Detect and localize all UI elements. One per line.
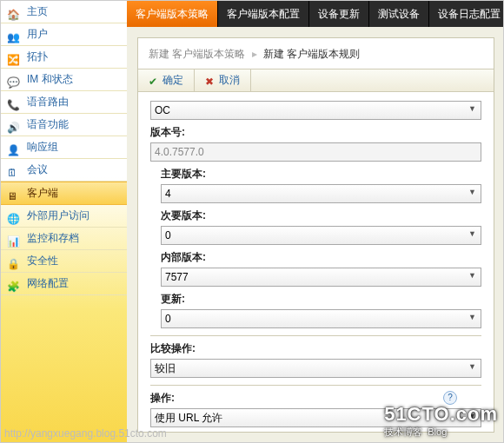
sidebar-item-label: 用户 <box>27 28 48 40</box>
breadcrumb-current: 新建 客户端版本规则 <box>263 48 360 60</box>
sidebar-item-label: 响应组 <box>27 141 58 153</box>
check-icon: ✔ <box>149 76 159 86</box>
version-label: 版本号: <box>150 125 481 140</box>
tab-label: 客户端版本配置 <box>227 8 300 20</box>
sidebar-item-client[interactable]: 🖥客户端 <box>1 182 127 205</box>
compare-select[interactable]: 较旧 <box>150 359 481 378</box>
tab-label: 设备日志配置 <box>438 8 501 20</box>
topology-icon: 🔀 <box>7 50 21 63</box>
sidebar-item-monitoring[interactable]: 📊监控和存档 <box>1 228 127 250</box>
ok-button[interactable]: ✔ 确定 <box>138 69 195 91</box>
meeting-icon: 🗓 <box>7 162 21 176</box>
user-agent-select[interactable]: OC <box>150 101 481 120</box>
sidebar-item-response-group[interactable]: 👤响应组 <box>1 136 127 159</box>
user-icon: 👥 <box>7 27 21 41</box>
cross-icon: ✖ <box>205 76 216 86</box>
home-icon: 🏠 <box>7 4 21 18</box>
external-access-icon: 🌐 <box>7 208 21 222</box>
sidebar-item-label: 安全性 <box>27 255 58 267</box>
sidebar-item-users[interactable]: 👥用户 <box>1 23 127 46</box>
minor-version-select[interactable]: 0 <box>161 226 481 245</box>
sidebar-item-im[interactable]: 💬IM 和状态 <box>1 69 127 91</box>
sidebar-item-label: 客户端 <box>27 187 58 199</box>
response-group-icon: 👤 <box>7 140 21 154</box>
panel: 新建 客户端版本策略 ▸ 新建 客户端版本规则 ✔ 确定 ✖ 取消 OC <box>137 37 494 433</box>
major-label: 主要版本: <box>150 167 481 182</box>
form: OC 版本号: 主要版本: 4 次要版本: 0 内部版本: 7577 <box>138 92 494 433</box>
tab-bar: 客户端版本策略 客户端版本配置 设备更新 测试设备 设备日志配置 设备配置 <box>127 1 503 27</box>
action-bar: ✔ 确定 ✖ 取消 <box>138 69 494 92</box>
sidebar-item-label: 语音路由 <box>27 96 69 108</box>
sidebar-item-voice-route[interactable]: 📞语音路由 <box>1 91 127 114</box>
tab-label: 客户端版本策略 <box>136 8 209 20</box>
tab-device-update[interactable]: 设备更新 <box>309 1 369 27</box>
tab-client-version-config[interactable]: 客户端版本配置 <box>218 1 309 27</box>
version-field <box>150 142 481 162</box>
action-label: 操作: <box>150 391 481 406</box>
im-icon: 💬 <box>7 72 21 86</box>
cancel-button-label: 取消 <box>219 73 240 88</box>
client-icon: 🖥 <box>7 186 21 200</box>
build-version-select[interactable]: 7577 <box>161 268 481 287</box>
tab-client-version-policy[interactable]: 客户端版本策略 <box>127 1 218 27</box>
sidebar-item-security[interactable]: 🔒安全性 <box>1 250 127 273</box>
sidebar-item-label: 语音功能 <box>27 118 69 130</box>
major-version-select[interactable]: 4 <box>161 184 481 203</box>
sidebar-item-label: 拓扑 <box>27 50 48 63</box>
tab-device-log-config[interactable]: 设备日志配置 <box>429 1 504 27</box>
sidebar-item-label: 主页 <box>27 5 48 17</box>
sidebar-item-label: 会议 <box>27 163 48 175</box>
tab-label: 设备更新 <box>318 8 360 20</box>
sidebar-item-topology[interactable]: 🔀拓扑 <box>1 46 127 69</box>
update-version-select[interactable]: 0 <box>161 309 481 328</box>
content-area: 客户端版本策略 客户端版本配置 设备更新 测试设备 设备日志配置 设备配置 新建… <box>127 1 503 442</box>
sidebar-item-home[interactable]: 🏠主页 <box>1 1 127 23</box>
sidebar-item-label: IM 和状态 <box>27 73 73 85</box>
divider <box>150 335 481 336</box>
tab-label: 测试设备 <box>378 8 420 20</box>
build-label: 内部版本: <box>150 250 481 265</box>
breadcrumb-separator-icon: ▸ <box>252 48 257 60</box>
cancel-button[interactable]: ✖ 取消 <box>195 69 251 91</box>
breadcrumb: 新建 客户端版本策略 ▸ 新建 客户端版本规则 <box>138 38 494 69</box>
sidebar-item-voice-feature[interactable]: 🔊语音功能 <box>1 114 127 136</box>
help-icon[interactable]: ? <box>443 391 457 405</box>
sidebar-item-external[interactable]: 🌐外部用户访问 <box>1 205 127 228</box>
security-icon: 🔒 <box>7 254 21 268</box>
sidebar-item-network[interactable]: 🧩网络配置 <box>1 273 127 295</box>
network-config-icon: 🧩 <box>7 276 21 290</box>
compare-label: 比较操作: <box>150 341 481 356</box>
sidebar-item-label: 外部用户访问 <box>27 209 90 222</box>
monitoring-icon: 📊 <box>7 231 21 245</box>
tab-test-device[interactable]: 测试设备 <box>369 1 429 27</box>
update-label: 更新: <box>150 292 481 307</box>
minor-label: 次要版本: <box>150 208 481 223</box>
divider <box>150 385 481 386</box>
sidebar: 🏠主页 👥用户 🔀拓扑 💬IM 和状态 📞语音路由 🔊语音功能 👤响应组 🗓会议… <box>1 1 128 442</box>
voice-feature-icon: 🔊 <box>7 117 21 131</box>
breadcrumb-parent[interactable]: 新建 客户端版本策略 <box>149 48 245 60</box>
sidebar-item-label: 监控和存档 <box>27 232 79 244</box>
action-select[interactable]: 使用 URL 允许 <box>150 408 481 427</box>
ok-button-label: 确定 <box>162 73 183 88</box>
app-root: 🏠主页 👥用户 🔀拓扑 💬IM 和状态 📞语音路由 🔊语音功能 👤响应组 🗓会议… <box>0 0 504 443</box>
sidebar-item-label: 网络配置 <box>27 277 69 289</box>
sidebar-item-meeting[interactable]: 🗓会议 <box>1 159 127 182</box>
voice-route-icon: 📞 <box>7 95 21 109</box>
